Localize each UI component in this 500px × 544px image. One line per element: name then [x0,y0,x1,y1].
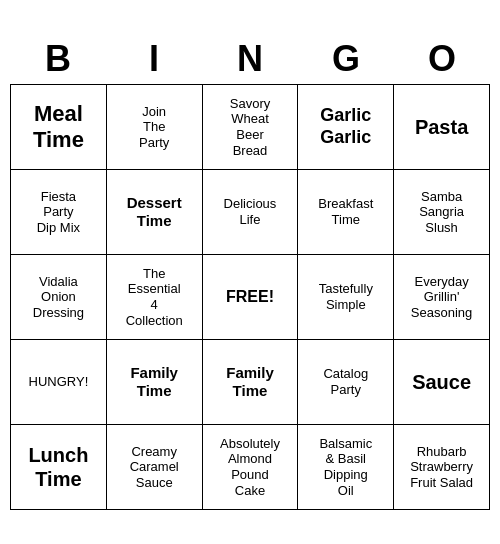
bingo-cell: Samba Sangria Slush [394,170,490,255]
bingo-cell: Lunch Time [11,425,107,510]
bingo-cell: Vidalia Onion Dressing [11,255,107,340]
bingo-cell: Sauce [394,340,490,425]
bingo-cell: Tastefully Simple [298,255,394,340]
bingo-cell: Delicious Life [203,170,299,255]
bingo-header: BINGO [10,34,490,84]
bingo-cell: Fiesta Party Dip Mix [11,170,107,255]
bingo-header-letter: G [298,34,394,84]
bingo-header-letter: I [106,34,202,84]
bingo-cell: Balsamic & Basil Dipping Oil [298,425,394,510]
bingo-cell: Rhubarb Strawberry Fruit Salad [394,425,490,510]
bingo-cell: Absolutely Almond Pound Cake [203,425,299,510]
bingo-cell: FREE! [203,255,299,340]
bingo-header-letter: N [202,34,298,84]
bingo-cell: Family Time [107,340,203,425]
bingo-cell: The Essential 4 Collection [107,255,203,340]
bingo-cell: HUNGRY! [11,340,107,425]
bingo-cell: Join The Party [107,85,203,170]
bingo-cell: Family Time [203,340,299,425]
bingo-cell: Dessert Time [107,170,203,255]
bingo-cell: Catalog Party [298,340,394,425]
bingo-card: BINGO Meal TimeJoin The PartySavory Whea… [10,34,490,510]
bingo-cell: Meal Time [11,85,107,170]
bingo-grid: Meal TimeJoin The PartySavory Wheat Beer… [10,84,490,510]
bingo-header-letter: O [394,34,490,84]
bingo-cell: Everyday Grillin' Seasoning [394,255,490,340]
bingo-cell: Breakfast Time [298,170,394,255]
bingo-cell: Creamy Caramel Sauce [107,425,203,510]
bingo-cell: Savory Wheat Beer Bread [203,85,299,170]
bingo-cell: Garlic Garlic [298,85,394,170]
bingo-header-letter: B [10,34,106,84]
bingo-cell: Pasta [394,85,490,170]
